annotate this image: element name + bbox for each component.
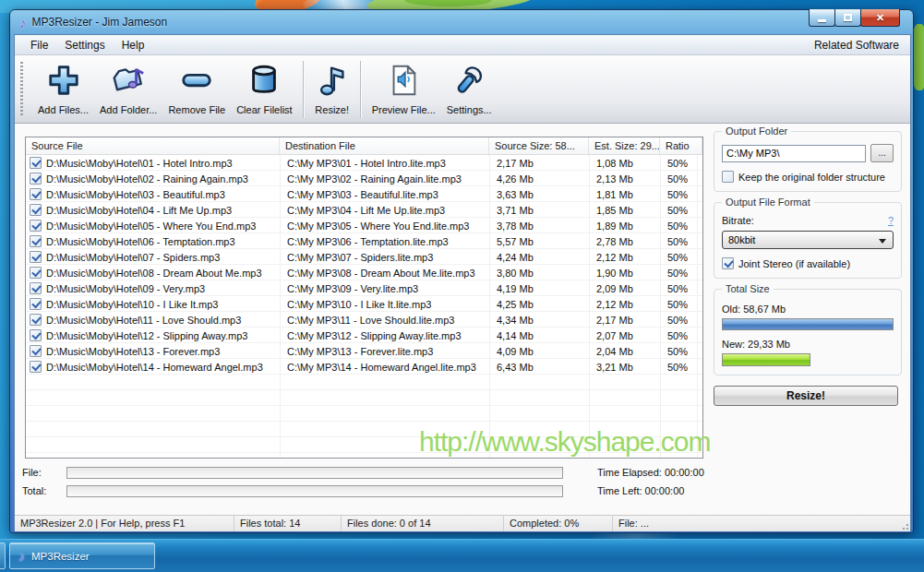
table-row[interactable]: D:\Music\Moby\Hotel\04 - Lift Me Up.mp3C… [26, 202, 702, 218]
source-size: 4,09 Mb [489, 346, 589, 357]
source-file-path: D:\Music\Moby\Hotel\11 - Love Should.mp3 [46, 315, 241, 326]
source-file-path: D:\Music\Moby\Hotel\13 - Forever.mp3 [46, 346, 220, 357]
toolbar-button-clear-filelist[interactable]: Clear Filelist [231, 59, 298, 120]
destination-file-path: C:\My MP3\11 - Love Should.lite.mp3 [280, 315, 489, 326]
table-row[interactable]: D:\Music\Moby\Hotel\10 - I Like It.mp3C:… [26, 296, 702, 312]
column-header-1[interactable]: Destination File [280, 137, 489, 154]
table-row[interactable]: D:\Music\Moby\Hotel\08 - Dream About Me.… [26, 265, 702, 280]
app-window: ♪ MP3Resizer - Jim Jameson ✕ FileSetting… [9, 9, 914, 533]
column-header-4[interactable]: Ratio [660, 137, 702, 154]
status-cell-4: File: ... [613, 516, 910, 531]
toolbar-button-preview-file[interactable]: Preview File... [366, 59, 441, 120]
table-row[interactable]: D:\Music\Moby\Hotel\05 - Where You End.m… [26, 218, 702, 233]
maximize-button[interactable] [834, 9, 861, 27]
taskbar-music-note-icon: ♪ [18, 549, 25, 564]
minimize-button[interactable] [809, 9, 835, 27]
total-size-title: Total Size [722, 283, 774, 294]
plus-icon [46, 63, 81, 101]
desktop: ♪ MP3Resizer - Jim Jameson ✕ FileSetting… [0, 0, 924, 572]
browse-button[interactable]: ... [870, 144, 894, 162]
table-row[interactable]: D:\Music\Moby\Hotel\11 - Love Should.mp3… [26, 312, 702, 328]
old-size-bar [722, 318, 894, 330]
source-size: 4,25 Mb [489, 299, 589, 310]
row-checkbox[interactable] [30, 173, 42, 185]
toolbar-button-settings[interactable]: Settings... [441, 59, 498, 120]
table-row[interactable]: D:\Music\Moby\Hotel\12 - Slipping Away.m… [26, 328, 702, 343]
column-header-3[interactable]: Est. Size: 29... [589, 137, 660, 154]
column-header-0[interactable]: Source File [26, 137, 280, 154]
table-row[interactable]: D:\Music\Moby\Hotel\13 - Forever.mp3C:\M… [26, 343, 702, 359]
estimated-size: 2,78 Mb [589, 236, 660, 247]
menu-item-help[interactable]: Help [114, 37, 153, 54]
row-checkbox[interactable] [30, 329, 42, 341]
estimated-size: 3,21 Mb [589, 362, 660, 373]
resize-grip-icon[interactable] [900, 521, 909, 530]
toolbar-button-add-folder[interactable]: Add Folder... [94, 59, 162, 120]
taskbar-app-button[interactable]: ♪ MP3Resizer [9, 542, 155, 569]
ratio: 50% [660, 205, 702, 216]
table-row[interactable]: D:\Music\Moby\Hotel\03 - Beautiful.mp3C:… [26, 186, 702, 202]
menu-item-file[interactable]: File [22, 37, 56, 54]
toolbar-button-label: Resize! [315, 104, 349, 115]
row-checkbox[interactable] [30, 361, 42, 373]
toolbar-button-remove-file[interactable]: Remove File [162, 59, 231, 120]
table-row[interactable]: D:\Music\Moby\Hotel\01 - Hotel Intro.mp3… [26, 155, 702, 171]
new-size-label: New: 29,33 Mb [722, 339, 894, 350]
table-row[interactable]: D:\Music\Moby\Hotel\09 - Very.mp3C:\My M… [26, 280, 702, 296]
destination-file-path: C:\My MP3\04 - Lift Me Up.lite.mp3 [280, 205, 489, 216]
bitrate-dropdown[interactable]: 80kbit [722, 231, 894, 249]
ratio: 50% [660, 362, 702, 373]
taskbar-app-label: MP3Resizer [31, 551, 90, 562]
row-checkbox[interactable] [30, 314, 42, 326]
table-row[interactable]: D:\Music\Moby\Hotel\02 - Raining Again.m… [26, 171, 702, 186]
menu-bar-items: FileSettingsHelp [22, 37, 152, 54]
source-file-path: D:\Music\Moby\Hotel\01 - Hotel Intro.mp3 [46, 158, 233, 169]
resize-button[interactable]: Resize! [714, 386, 898, 406]
source-size: 5,57 Mb [489, 236, 589, 247]
taskbar-edge-button[interactable] [0, 542, 6, 569]
row-checkbox[interactable] [30, 267, 42, 279]
row-checkbox[interactable] [30, 204, 42, 216]
keep-structure-checkbox[interactable] [722, 171, 734, 183]
close-icon: ✕ [876, 12, 884, 24]
destination-file-path: C:\My MP3\03 - Beautiful.lite.mp3 [280, 189, 489, 200]
close-button[interactable]: ✕ [860, 9, 900, 27]
toolbar-button-label: Remove File [168, 104, 225, 115]
row-checkbox[interactable] [30, 235, 42, 247]
row-checkbox[interactable] [30, 282, 42, 294]
table-row[interactable]: D:\Music\Moby\Hotel\14 - Homeward Angel.… [26, 359, 702, 375]
row-checkbox[interactable] [30, 298, 42, 310]
toolbar-gripper[interactable] [20, 62, 23, 117]
toolbar-button-resize[interactable]: Resize! [309, 59, 355, 120]
output-folder-input[interactable] [722, 145, 866, 162]
minimize-icon [818, 19, 826, 22]
old-size-label: Old: 58,67 Mb [722, 304, 894, 315]
joint-stereo-checkbox[interactable] [722, 257, 734, 269]
app-music-note-icon: ♪ [19, 15, 27, 30]
taskbar: ♪ MP3Resizer [0, 539, 924, 572]
title-bar[interactable]: ♪ MP3Resizer - Jim Jameson ✕ [14, 10, 909, 34]
file-progress-label: File: [22, 467, 42, 478]
row-checkbox[interactable] [30, 345, 42, 357]
ratio: 50% [660, 189, 702, 200]
row-checkbox[interactable] [30, 157, 42, 169]
source-size: 4,14 Mb [489, 330, 589, 341]
toolbar-button-add-files[interactable]: Add Files... [32, 59, 94, 120]
source-size: 3,78 Mb [489, 220, 589, 232]
row-checkbox[interactable] [30, 188, 42, 200]
ratio: 50% [660, 299, 702, 310]
destination-file-path: C:\My MP3\05 - Where You End.lite.mp3 [280, 220, 489, 232]
row-checkbox[interactable] [30, 251, 42, 263]
row-checkbox[interactable] [30, 220, 42, 232]
table-row[interactable]: D:\Music\Moby\Hotel\07 - Spiders.mp3C:\M… [26, 249, 702, 265]
source-file-path: D:\Music\Moby\Hotel\05 - Where You End.m… [46, 220, 256, 232]
folder-note-icon [111, 63, 146, 101]
column-header-2[interactable]: Source Size: 58... [489, 137, 589, 154]
bitrate-help-link[interactable]: ? [888, 215, 894, 226]
menu-item-related-software[interactable]: Related Software [810, 37, 903, 54]
window-body: FileSettingsHelp Related Software Add Fi… [14, 34, 911, 530]
estimated-size: 1,89 Mb [589, 220, 660, 232]
ratio: 50% [660, 252, 702, 263]
menu-item-settings[interactable]: Settings [56, 37, 113, 54]
table-row[interactable]: D:\Music\Moby\Hotel\06 - Temptation.mp3C… [26, 233, 702, 249]
